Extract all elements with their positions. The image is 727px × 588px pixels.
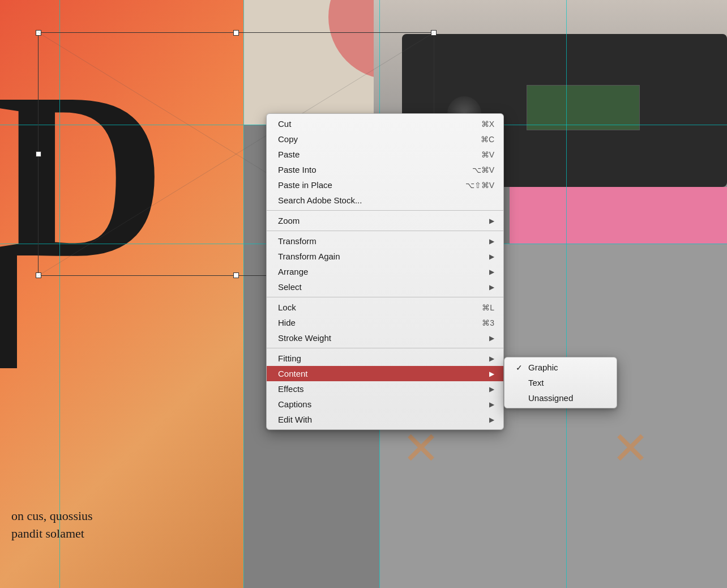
stroke-weight-arrow-icon: ▶ xyxy=(489,334,494,342)
menu-item-cut-shortcut: ⌘X xyxy=(481,120,494,129)
menu-item-cut-label: Cut xyxy=(278,119,291,129)
menu-item-lock-shortcut: ⌘L xyxy=(482,303,494,312)
handle-tm[interactable] xyxy=(233,30,239,36)
menu-item-copy-shortcut: ⌘C xyxy=(481,135,494,144)
menu-item-cut[interactable]: Cut ⌘X xyxy=(267,116,503,131)
handle-bm[interactable] xyxy=(233,272,239,278)
content-submenu: ✓ Graphic Text Unassigned xyxy=(504,357,617,408)
fitting-arrow-icon: ▶ xyxy=(489,355,494,363)
menu-item-fitting-label: Fitting xyxy=(278,353,301,363)
bottom-text: on cus, quossius pandit solamet xyxy=(11,508,93,543)
menu-item-copy-label: Copy xyxy=(278,134,298,144)
submenu-item-graphic[interactable]: ✓ Graphic xyxy=(504,360,617,375)
menu-item-lock-label: Lock xyxy=(278,302,296,312)
submenu-item-text[interactable]: Text xyxy=(504,375,617,390)
arrange-arrow-icon: ▶ xyxy=(489,268,494,276)
menu-item-hide-label: Hide xyxy=(278,318,296,327)
menu-item-edit-with-label: Edit With xyxy=(278,415,312,424)
menu-item-select[interactable]: Select ▶ xyxy=(267,279,503,295)
separator-2 xyxy=(267,231,503,231)
menu-item-transform-label: Transform xyxy=(278,236,317,246)
x-decoration-2: ✕ xyxy=(611,422,649,475)
menu-item-search-stock-label: Search Adobe Stock... xyxy=(278,195,362,205)
guide-line-v4 xyxy=(566,0,567,588)
edit-with-arrow-icon: ▶ xyxy=(489,416,494,424)
menu-item-paste-shortcut: ⌘V xyxy=(481,150,494,159)
menu-item-fitting[interactable]: Fitting ▶ xyxy=(267,351,503,366)
menu-item-transform-again-label: Transform Again xyxy=(278,252,340,261)
menu-item-stroke-weight-label: Stroke Weight xyxy=(278,333,331,343)
menu-item-lock[interactable]: Lock ⌘L xyxy=(267,300,503,315)
select-arrow-icon: ▶ xyxy=(489,283,494,291)
menu-item-captions-label: Captions xyxy=(278,399,311,409)
menu-item-zoom[interactable]: Zoom ▶ xyxy=(267,213,503,228)
menu-item-content[interactable]: Content ▶ xyxy=(267,366,503,381)
menu-item-hide[interactable]: Hide ⌘3 xyxy=(267,315,503,330)
menu-item-paste-into[interactable]: Paste Into ⌥⌘V xyxy=(267,162,503,177)
menu-item-paste-label: Paste xyxy=(278,150,300,159)
equipment-display xyxy=(527,85,640,130)
submenu-item-unassigned-label: Unassigned xyxy=(528,393,573,403)
content-arrow-icon: ▶ xyxy=(489,370,494,378)
bottom-text-line1: on cus, quossius xyxy=(11,508,93,525)
context-menu: Cut ⌘X Copy ⌘C Paste ⌘V Paste Into ⌥⌘V P… xyxy=(266,113,504,430)
menu-item-search-stock[interactable]: Search Adobe Stock... xyxy=(267,193,503,208)
menu-item-paste-in-place-label: Paste in Place xyxy=(278,180,332,190)
menu-item-arrange[interactable]: Arrange ▶ xyxy=(267,264,503,279)
transform-again-arrow-icon: ▶ xyxy=(489,253,494,261)
menu-item-effects-label: Effects xyxy=(278,384,304,394)
menu-item-paste-in-place[interactable]: Paste in Place ⌥⇧⌘V xyxy=(267,177,503,193)
menu-item-paste-in-place-shortcut: ⌥⇧⌘V xyxy=(465,181,494,190)
handle-ml[interactable] xyxy=(36,151,41,157)
menu-item-select-label: Select xyxy=(278,282,302,292)
menu-item-edit-with[interactable]: Edit With ▶ xyxy=(267,412,503,427)
zoom-arrow-icon: ▶ xyxy=(489,217,494,225)
menu-item-captions[interactable]: Captions ▶ xyxy=(267,397,503,412)
handle-tr[interactable] xyxy=(431,30,437,36)
dark-bar xyxy=(0,255,17,368)
menu-item-arrange-label: Arrange xyxy=(278,267,308,276)
submenu-item-graphic-label: Graphic xyxy=(528,363,558,372)
menu-item-stroke-weight[interactable]: Stroke Weight ▶ xyxy=(267,330,503,346)
transform-arrow-icon: ▶ xyxy=(489,237,494,245)
handle-bl[interactable] xyxy=(36,272,41,278)
menu-item-hide-shortcut: ⌘3 xyxy=(482,318,494,327)
captions-arrow-icon: ▶ xyxy=(489,400,494,408)
graphic-checkmark-icon: ✓ xyxy=(516,363,526,372)
separator-3 xyxy=(267,297,503,297)
menu-item-effects[interactable]: Effects ▶ xyxy=(267,381,503,397)
menu-item-content-label: Content xyxy=(278,369,308,378)
menu-item-paste-into-shortcut: ⌥⌘V xyxy=(472,165,494,174)
separator-4 xyxy=(267,348,503,348)
menu-item-paste-into-label: Paste Into xyxy=(278,165,317,174)
menu-item-transform-again[interactable]: Transform Again ▶ xyxy=(267,249,503,264)
menu-item-copy[interactable]: Copy ⌘C xyxy=(267,131,503,147)
submenu-item-text-label: Text xyxy=(528,378,544,387)
effects-arrow-icon: ▶ xyxy=(489,385,494,393)
handle-tl[interactable] xyxy=(36,30,41,36)
menu-item-paste[interactable]: Paste ⌘V xyxy=(267,147,503,162)
menu-item-zoom-label: Zoom xyxy=(278,216,300,225)
submenu-item-unassigned[interactable]: Unassigned xyxy=(504,390,617,406)
menu-item-transform[interactable]: Transform ▶ xyxy=(267,233,503,249)
bottom-text-line2: pandit solamet xyxy=(11,525,93,543)
separator-1 xyxy=(267,210,503,211)
